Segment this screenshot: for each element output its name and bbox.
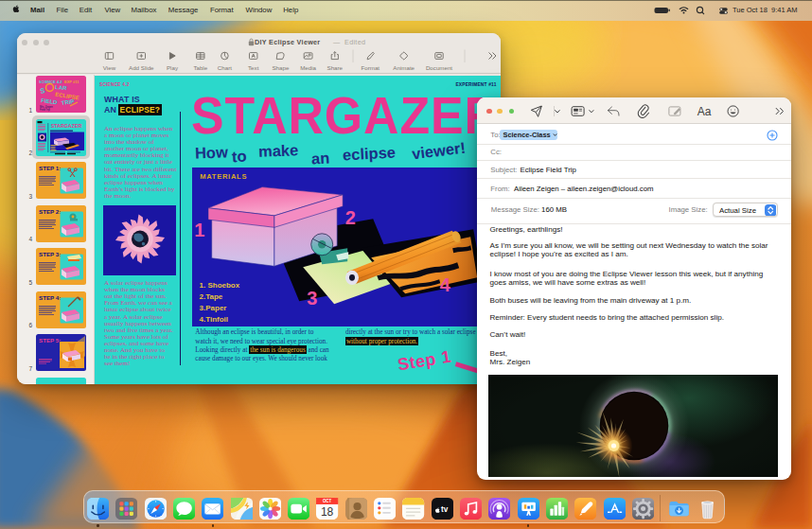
svg-text:tv: tv xyxy=(441,505,449,514)
svg-text:Text: Text xyxy=(248,64,259,71)
svg-text:Aa: Aa xyxy=(697,105,712,118)
svg-text:Document: Document xyxy=(426,64,452,71)
svg-text:Play: Play xyxy=(167,64,179,71)
svg-text:2: 2 xyxy=(344,207,355,228)
svg-text:3.Paper: 3.Paper xyxy=(199,304,226,312)
svg-text:STARGAZER: STARGAZER xyxy=(51,122,82,128)
svg-text:EXP #11: EXP #11 xyxy=(64,79,79,84)
svg-text:2.Tape: 2.Tape xyxy=(199,292,222,301)
svg-text:Table: Table xyxy=(193,64,207,71)
svg-text:STEP 5:: STEP 5: xyxy=(39,337,61,344)
svg-text:S: S xyxy=(40,86,46,96)
svg-text:LAR: LAR xyxy=(55,84,68,91)
svg-text:3: 3 xyxy=(307,287,317,308)
svg-text:STEP 1:: STEP 1: xyxy=(39,165,61,171)
svg-text:STEP 4:: STEP 4: xyxy=(39,294,61,301)
svg-text:Format: Format xyxy=(361,64,380,71)
svg-text:Media: Media xyxy=(300,64,316,71)
svg-text:FIELD: FIELD xyxy=(41,97,59,105)
svg-text:Chart: Chart xyxy=(218,64,232,71)
svg-text:4: 4 xyxy=(439,273,450,294)
svg-text:OCT: OCT xyxy=(323,499,332,503)
svg-text:18: 18 xyxy=(321,504,334,518)
svg-text:Add Slide: Add Slide xyxy=(129,64,154,71)
svg-text:1. Shoebox: 1. Shoebox xyxy=(199,280,239,289)
svg-text:View: View xyxy=(103,64,116,71)
svg-text:STEP 2:: STEP 2: xyxy=(39,208,61,215)
svg-text:Shape: Shape xyxy=(272,64,289,71)
svg-text:1: 1 xyxy=(194,220,204,240)
svg-text:STEP 3:: STEP 3: xyxy=(39,251,61,257)
svg-text:4.Tinfoil: 4.Tinfoil xyxy=(199,315,227,324)
svg-text:MATERIALS: MATERIALS xyxy=(200,172,247,181)
svg-text:Share: Share xyxy=(327,64,344,71)
svg-text:Animate: Animate xyxy=(393,64,415,71)
svg-text:Field Trip: Field Trip xyxy=(40,108,50,112)
